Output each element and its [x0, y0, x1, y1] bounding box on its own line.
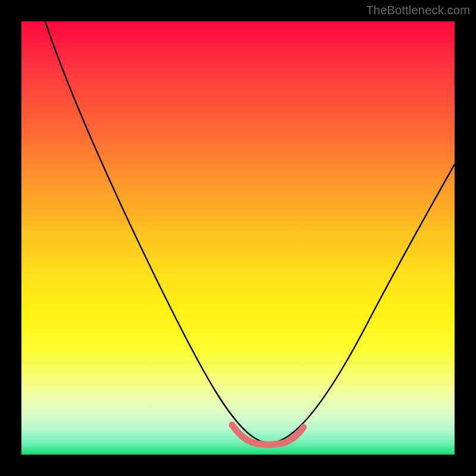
curve-layer [21, 21, 455, 455]
chart-frame: TheBottleneck.com [0, 0, 476, 476]
bottleneck-curve [45, 21, 455, 443]
plot-area [21, 21, 455, 455]
watermark-text: TheBottleneck.com [366, 4, 470, 17]
